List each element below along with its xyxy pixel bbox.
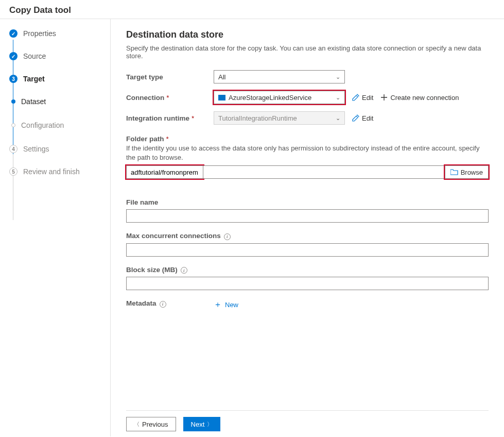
chevron-right-icon: 〉 [207, 421, 213, 428]
chevron-down-icon: ⌄ [336, 74, 340, 80]
integration-runtime-label: Integration runtime* [126, 114, 214, 122]
connection-value: AzureStorageLinkedService [229, 94, 311, 102]
target-type-label: Target type [126, 73, 214, 81]
pencil-icon [352, 114, 359, 122]
previous-button[interactable]: 〈Previous [126, 417, 176, 431]
integration-runtime-value: TutorialIntegrationRuntime [218, 114, 297, 122]
page-subtitle: Specify the destination data store for t… [126, 44, 489, 60]
step-label: Source [23, 52, 46, 60]
step-label: Properties [23, 29, 56, 38]
edit-connection-button[interactable]: Edit [352, 94, 373, 102]
metadata-label: Metadatai [126, 299, 214, 308]
wizard-sidebar: ✓ Properties ✓ Source 3 Target Dataset C… [0, 19, 111, 436]
step-number-icon: 3 [9, 75, 18, 83]
maxconn-section: Max concurrent connectionsi [126, 232, 489, 257]
info-icon[interactable]: i [224, 233, 231, 240]
pencil-icon [352, 94, 359, 101]
metadata-new-button[interactable]: ＋ New [214, 299, 238, 310]
connection-label: Connection* [126, 94, 214, 102]
step-label: Review and finish [23, 167, 80, 176]
maxconn-label: Max concurrent connectionsi [126, 232, 489, 240]
dot-icon [11, 123, 15, 127]
browse-button[interactable]: Browse [445, 165, 489, 179]
blocksize-input[interactable] [126, 277, 489, 290]
step-label: Target [23, 75, 45, 83]
blocksize-label: Block size (MB)i [126, 266, 489, 274]
main-panel: Destination data store Specify the desti… [111, 19, 504, 436]
chevron-down-icon: ⌄ [336, 94, 340, 101]
step-label: Dataset [21, 97, 46, 106]
filename-input[interactable] [126, 209, 489, 223]
blocksize-section: Block size (MB)i [126, 266, 489, 291]
wizard-footer: 〈Previous Next〉 [126, 410, 489, 431]
page-header: Copy Data tool [0, 0, 504, 19]
target-type-dropdown[interactable]: All ⌄ [214, 70, 345, 83]
create-connection-button[interactable]: Create new connection [380, 94, 459, 102]
step-source[interactable]: ✓ Source [9, 52, 105, 60]
plus-icon [380, 94, 388, 101]
row-integration-runtime: Integration runtime* TutorialIntegration… [126, 111, 489, 125]
metadata-row: Metadatai ＋ New [126, 299, 489, 310]
tool-title: Copy Data tool [9, 5, 495, 15]
step-number-icon: 4 [9, 145, 18, 153]
info-icon[interactable]: i [181, 267, 187, 274]
step-label: Configuration [21, 121, 64, 129]
folder-path-help: If the identity you use to access the da… [126, 144, 489, 162]
folder-path-input-rest[interactable] [203, 165, 445, 179]
next-button[interactable]: Next〉 [183, 417, 221, 431]
folder-icon [450, 169, 458, 175]
connection-dropdown[interactable]: AzureStorageLinkedService ⌄ [214, 91, 345, 104]
edit-runtime-button[interactable]: Edit [352, 114, 373, 122]
step-settings[interactable]: 4 Settings [9, 145, 105, 153]
step-review[interactable]: 5 Review and finish [9, 167, 105, 176]
plus-icon: ＋ [214, 299, 222, 310]
target-type-value: All [218, 73, 225, 81]
row-target-type: Target type All ⌄ [126, 70, 489, 83]
filename-section: File name [126, 198, 489, 223]
storage-service-icon [218, 95, 225, 100]
step-number-icon: 5 [9, 167, 18, 176]
step-properties[interactable]: ✓ Properties [9, 29, 105, 38]
page-title: Destination data store [126, 29, 489, 40]
info-icon[interactable]: i [160, 301, 166, 308]
chevron-left-icon: 〈 [134, 421, 140, 428]
folder-path-section: Folder path* If the identity you use to … [126, 135, 489, 189]
chevron-down-icon: ⌄ [336, 115, 340, 122]
step-target[interactable]: 3 Target [9, 75, 105, 83]
step-configuration[interactable]: Configuration [11, 121, 105, 129]
dot-icon [11, 99, 15, 104]
integration-runtime-dropdown[interactable]: TutorialIntegrationRuntime ⌄ [214, 111, 345, 125]
folder-path-label: Folder path* [126, 135, 489, 143]
maxconn-input[interactable] [126, 243, 489, 257]
filename-label: File name [126, 198, 489, 206]
row-connection: Connection* AzureStorageLinkedService ⌄ … [126, 91, 489, 104]
folder-path-input[interactable] [126, 165, 203, 179]
check-icon: ✓ [9, 52, 18, 60]
check-icon: ✓ [9, 29, 18, 38]
step-dataset[interactable]: Dataset [11, 97, 105, 106]
step-label: Settings [23, 145, 49, 153]
